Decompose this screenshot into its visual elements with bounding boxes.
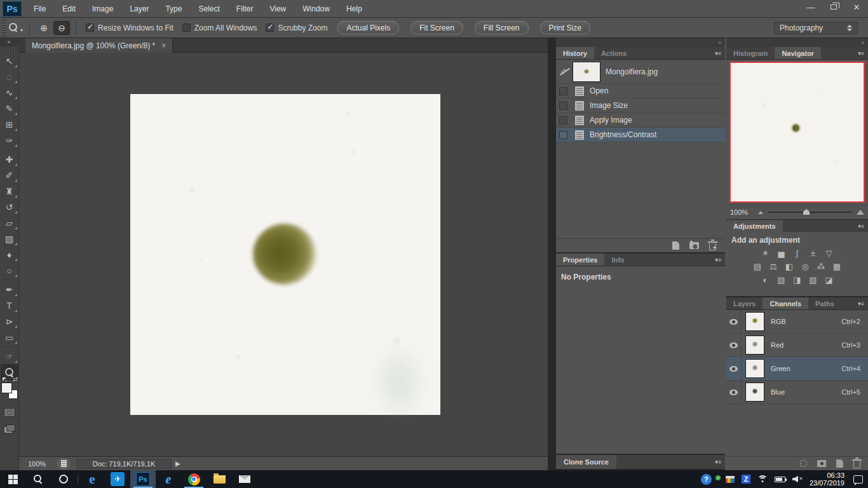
eye-icon[interactable] [729,319,738,325]
visibility-well[interactable] [726,334,742,356]
tab-adjustments[interactable]: Adjustments [726,220,783,232]
photoshop-taskbar-button[interactable]: Ps [130,470,156,488]
color-lookup-icon[interactable]: ▦ [831,262,843,271]
eye-icon[interactable] [729,366,738,372]
zoom-all-windows-checkbox[interactable] [182,24,191,32]
eraser-tool[interactable]: ▱ [1,215,18,231]
invert-icon[interactable]: ◐ [760,275,771,285]
visibility-well[interactable] [726,310,742,333]
tab-navigator[interactable]: Navigator [775,47,821,59]
volume-muted-icon[interactable]: × [792,475,803,483]
eye-icon[interactable] [729,390,738,395]
tab-histogram[interactable]: Histogram [726,47,775,59]
eyedropper-tool[interactable]: ✑ [1,132,18,148]
load-selection-icon[interactable] [800,460,807,467]
wifi-icon[interactable] [757,475,768,483]
tab-history[interactable]: History [556,47,594,59]
zoom-in-button[interactable]: ⊕ [36,21,52,35]
channel-row-red[interactable]: Red Ctrl+3 [726,334,868,357]
print-app-tray-icon[interactable] [726,476,735,483]
tab-actions[interactable]: Actions [594,47,634,59]
eye-icon[interactable] [729,342,738,348]
save-selection-icon[interactable] [817,460,826,467]
tab-layers[interactable]: Layers [726,297,763,309]
menu-select[interactable]: Select [190,0,227,18]
history-item-brightness-contrast[interactable]: Brightness/Contrast [556,128,725,142]
brush-tool[interactable]: ✐ [1,167,18,183]
move-tool[interactable]: ↖ [1,53,18,69]
tab-channels[interactable]: Channels [763,297,808,309]
start-button[interactable] [0,470,25,488]
history-panel-menu-icon[interactable]: ▾≡ [715,50,721,57]
threshold-icon[interactable]: ◨ [792,275,803,285]
canvas-area[interactable] [19,53,548,456]
brightness-contrast-icon[interactable]: ☀ [760,248,771,258]
rectangle-tool[interactable]: ▭ [1,329,18,345]
clone-source-menu-icon[interactable]: ▾≡ [715,459,721,465]
vibrance-icon[interactable]: ▽ [824,248,835,258]
dock1-collapse-button[interactable]: » [556,38,725,47]
gradient-map-icon[interactable]: ▧ [808,275,819,285]
navigator-proxy-view[interactable] [729,62,865,203]
menu-help[interactable]: Help [338,0,370,18]
close-button[interactable]: ✕ [845,0,868,14]
selective-color-icon[interactable]: ◪ [824,275,835,285]
navigator-panel-menu-icon[interactable]: ▾≡ [858,50,864,57]
action-center-icon[interactable] [853,475,863,484]
resize-windows-checkbox-row[interactable]: Resize Windows to Fit [86,24,173,32]
default-colors-icon[interactable] [2,377,8,382]
zoom-tool-icon[interactable] [9,23,18,32]
menu-type[interactable]: Type [157,0,190,18]
visibility-well[interactable] [726,357,742,380]
history-source-well[interactable] [559,131,567,139]
lasso-tool[interactable]: ∿ [1,85,18,100]
toolbar-grip[interactable] [3,49,17,51]
posterize-icon[interactable]: ▨ [776,275,787,285]
channels-panel-menu-icon[interactable]: ▾≡ [858,301,864,307]
dock2-collapse-button[interactable]: » [726,38,868,47]
cortana-button[interactable] [51,470,76,488]
channel-mixer-icon[interactable]: ⁂ [815,262,827,271]
history-source-well[interactable] [559,102,567,110]
restore-button[interactable] [822,0,845,14]
curves-icon[interactable]: ∫ [792,248,803,258]
fill-screen-button[interactable]: Fill Screen [475,21,529,34]
status-zoom-field[interactable]: 100% [28,460,57,468]
tool-preset-dropdown-icon[interactable]: ▾ [20,27,23,33]
tab-properties[interactable]: Properties [556,254,604,266]
file-explorer-button[interactable] [207,470,232,488]
path-selection-tool[interactable]: ⊳ [1,313,18,329]
scrubby-zoom-checkbox[interactable] [266,24,274,32]
menu-window[interactable]: Window [294,0,338,18]
print-size-button[interactable]: Print Size [540,21,590,34]
spot-healing-brush-tool[interactable]: ✚ [1,151,18,167]
adjustments-panel-menu-icon[interactable]: ▾≡ [858,223,864,229]
history-item-open[interactable]: Open [556,84,725,98]
actual-pixels-button[interactable]: Actual Pixels [337,21,399,34]
blur-tool[interactable]: ♦ [1,247,18,262]
delete-channel-icon[interactable] [853,461,860,468]
scrubby-zoom-checkbox-row[interactable]: Scrubby Zoom [266,24,327,32]
document-close-icon[interactable]: × [161,41,166,50]
exposure-icon[interactable]: ± [808,248,819,258]
menu-filter[interactable]: Filter [228,0,262,18]
tab-info[interactable]: Info [604,254,631,266]
battery-icon[interactable] [775,477,785,482]
history-source-well[interactable] [559,116,567,125]
elliptical-marquee-tool[interactable]: ◌ [1,69,18,85]
zoom-out-button[interactable]: ⊖ [53,21,70,35]
screen-mode-button[interactable] [4,424,15,433]
status-arrow-icon[interactable]: ▶ [175,460,180,467]
snapshot-thumbnail[interactable] [573,62,600,82]
menu-file[interactable]: File [25,0,54,18]
channel-row-rgb[interactable]: RGB Ctrl+2 [726,310,868,334]
history-snapshot-row[interactable]: ✐ Mongolfiera.jpg [556,60,725,84]
history-item-image-size[interactable]: Image Size [556,98,725,113]
hue-saturation-icon[interactable]: ▤ [752,262,763,271]
fit-screen-button[interactable]: Fit Screen [410,21,463,34]
history-item-apply-image[interactable]: Apply Image [556,113,725,128]
tab-clone-source[interactable]: Clone Source [556,455,616,469]
swap-colors-icon[interactable]: ⇄ [13,376,18,383]
navigator-zoom-field[interactable]: 100% [730,208,758,216]
menu-view[interactable]: View [261,0,294,18]
